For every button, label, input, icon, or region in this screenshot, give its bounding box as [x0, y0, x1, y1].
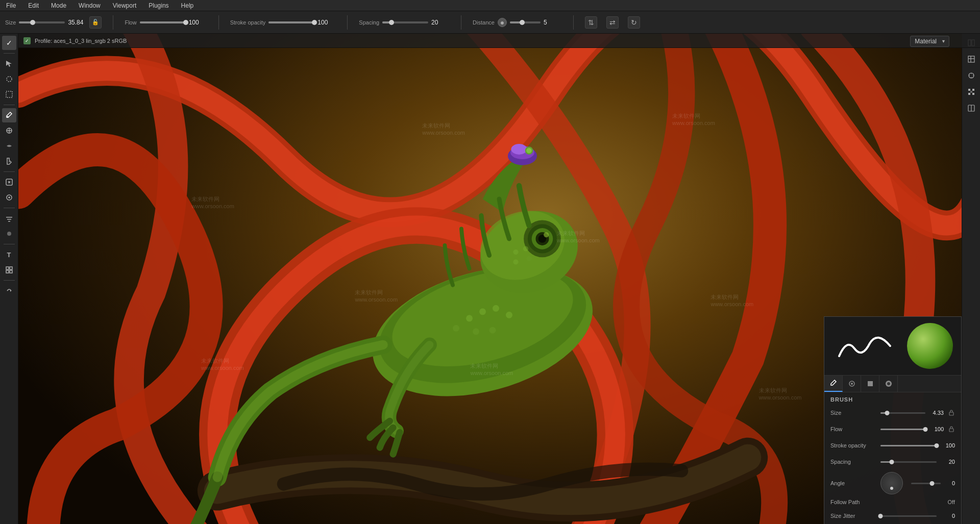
divider-3: [347, 15, 348, 30]
brush-tab-stroke[interactable]: [861, 376, 879, 392]
brush-tabs: [824, 376, 961, 392]
brush-spacing-value: 20: [941, 459, 955, 465]
tool-paint[interactable]: [2, 108, 16, 122]
brush-follow-path-value: Off: [948, 499, 955, 505]
brush-tab-falloff[interactable]: [879, 376, 898, 392]
menu-plugins[interactable]: Plugins: [146, 1, 170, 10]
brush-spacing-label: Spacing: [830, 459, 876, 465]
tool-rect-select[interactable]: [2, 87, 16, 102]
tool-check[interactable]: ✓: [2, 36, 16, 50]
watermark-3: 未来软件网 www.orsoon.com: [191, 195, 234, 209]
brush-size-lock-icon[interactable]: [948, 409, 955, 416]
svg-point-0: [7, 77, 12, 82]
flow-slider[interactable]: [140, 21, 186, 23]
right-btn-4[interactable]: [964, 85, 978, 99]
brush-stroke-opacity-row: Stroke opacity 100: [824, 437, 961, 454]
brush-stroke-opacity-slider[interactable]: [880, 445, 937, 446]
brush-flow-slider[interactable]: [880, 429, 925, 430]
brush-stroke-svg: [834, 328, 895, 364]
flip-h-btn[interactable]: ⇅: [585, 16, 597, 29]
menu-help[interactable]: Help: [179, 1, 196, 10]
stroke-opacity-slider[interactable]: [268, 21, 314, 23]
tool-fill[interactable]: [2, 154, 16, 168]
material-dropdown[interactable]: Material ▼: [910, 36, 949, 47]
watermark-6: 未来软件网 www.orsoon.com: [710, 293, 753, 307]
right-btn-5[interactable]: [964, 101, 978, 115]
brush-size-jitter-slider[interactable]: [880, 515, 937, 517]
size-group: Size 35.84 🔓: [5, 16, 102, 29]
size-slider[interactable]: [19, 21, 65, 23]
svg-rect-13: [10, 267, 12, 269]
brush-panel: BRUSH Size 4.33 Flow 1: [824, 316, 962, 524]
tool-lasso[interactable]: [2, 72, 16, 86]
divider-5: [573, 15, 574, 30]
flow-group: Flow 100: [125, 19, 207, 26]
brush-section-title: BRUSH: [824, 392, 961, 405]
brush-size-jitter-value: 0: [941, 513, 955, 519]
brush-angle-slider[interactable]: [911, 483, 941, 484]
spacing-label: Spacing: [359, 19, 379, 26]
brush-angle-wheel[interactable]: [880, 472, 903, 494]
divider-4: [461, 15, 461, 30]
tool-sep-3: [4, 171, 15, 172]
tool-select[interactable]: [2, 57, 16, 71]
svg-point-11: [7, 232, 11, 236]
menubar: File Edit Mode Window Viewport Plugins H…: [0, 0, 980, 11]
svg-rect-61: [968, 89, 970, 91]
distance-circle-btn[interactable]: ●: [498, 18, 507, 27]
tool-text[interactable]: T: [2, 247, 16, 262]
brush-size-label: Size: [830, 410, 876, 416]
menu-file[interactable]: File: [4, 1, 18, 10]
brush-flow-label: Flow: [830, 426, 876, 432]
brush-spacing-slider[interactable]: [880, 461, 937, 463]
menu-edit[interactable]: Edit: [26, 1, 41, 10]
brush-preview-area: [824, 317, 961, 376]
tool-filter[interactable]: [2, 211, 16, 226]
distance-label: Distance: [473, 19, 495, 26]
divider-1: [113, 15, 113, 30]
svg-point-2: [7, 116, 8, 118]
tool-transform[interactable]: [2, 284, 16, 298]
divider-2: [218, 15, 219, 30]
tool-dodge[interactable]: [2, 227, 16, 241]
brush-angle-row: Angle 0: [824, 470, 961, 496]
svg-rect-15: [10, 270, 12, 273]
right-btn-2[interactable]: [964, 52, 978, 66]
svg-rect-63: [968, 93, 970, 95]
tool-clone[interactable]: [2, 123, 16, 138]
menu-window[interactable]: Window: [77, 1, 103, 10]
brush-stroke-opacity-value: 100: [941, 442, 955, 448]
tool-healing[interactable]: [2, 190, 16, 205]
brush-size-slider[interactable]: [880, 412, 925, 414]
distance-group: Distance ● 5: [473, 18, 562, 27]
tool-smear[interactable]: [2, 139, 16, 153]
brush-flow-lock-icon[interactable]: [948, 426, 955, 433]
profile-check-icon: ✓: [23, 37, 31, 44]
profile-text: Profile: aces_1_0_3 lin_srgb 2 sRGB: [35, 38, 127, 44]
right-btn-3[interactable]: [964, 68, 978, 83]
flow-value: 100: [189, 19, 207, 26]
brush-sphere-preview: [907, 323, 953, 369]
brush-tab-texture[interactable]: [843, 376, 861, 392]
flip-v-btn[interactable]: ⇄: [606, 16, 619, 29]
main-layout: ✓: [0, 34, 980, 524]
stroke-opacity-group: Stroke opacity 100: [230, 19, 336, 26]
tool-frame[interactable]: [2, 263, 16, 277]
menu-viewport[interactable]: Viewport: [111, 1, 138, 10]
distance-slider[interactable]: [510, 21, 541, 23]
spacing-group: Spacing 20: [359, 19, 450, 26]
rotate-btn[interactable]: ↻: [628, 16, 640, 29]
svg-rect-50: [949, 429, 953, 432]
menu-mode[interactable]: Mode: [49, 1, 68, 10]
size-lock-btn[interactable]: 🔓: [89, 16, 102, 29]
size-value: 35.84: [68, 19, 86, 26]
tool-patch[interactable]: [2, 175, 16, 189]
stroke-opacity-value: 100: [317, 19, 336, 26]
profile-bar: ✓ Profile: aces_1_0_3 lin_srgb 2 sRGB: [18, 34, 980, 48]
canvas-area: 未来软件网 www.orsoon.com 未来软件网 www.orsoon.co…: [18, 34, 980, 524]
svg-rect-53: [968, 56, 974, 62]
brush-spacing-row: Spacing 20: [824, 454, 961, 470]
spacing-slider[interactable]: [382, 21, 428, 23]
brush-tab-brush[interactable]: [824, 376, 843, 392]
svg-rect-46: [868, 381, 873, 386]
